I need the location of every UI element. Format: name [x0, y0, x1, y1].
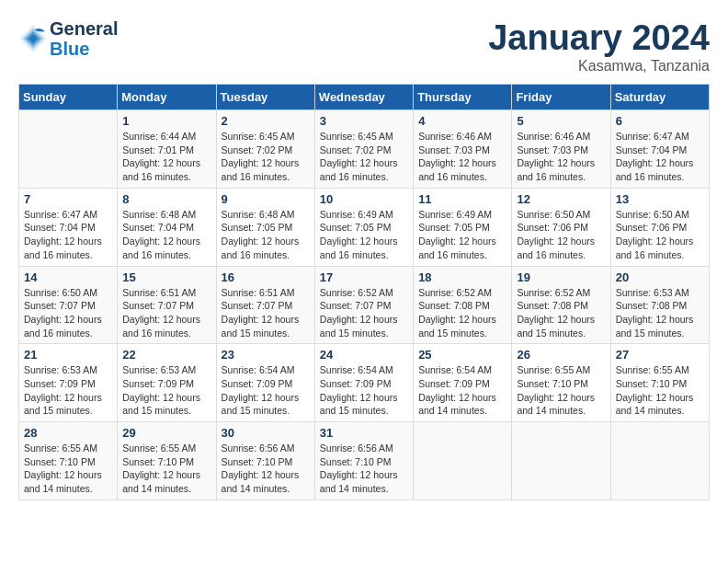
- calendar-cell: 22Sunrise: 6:53 AM Sunset: 7:09 PM Dayli…: [118, 344, 216, 422]
- col-header-friday: Friday: [512, 85, 610, 110]
- day-number: 7: [24, 192, 112, 206]
- day-info: Sunrise: 6:48 AM Sunset: 7:05 PM Dayligh…: [222, 208, 310, 262]
- calendar-cell: 11Sunrise: 6:49 AM Sunset: 7:05 PM Dayli…: [414, 188, 512, 266]
- logo-blue: Blue: [50, 39, 118, 59]
- calendar-cell: 15Sunrise: 6:51 AM Sunset: 7:07 PM Dayli…: [118, 266, 216, 344]
- day-number: 12: [517, 192, 605, 206]
- day-number: 9: [222, 192, 310, 206]
- calendar-cell: 31Sunrise: 6:56 AM Sunset: 7:10 PM Dayli…: [314, 422, 413, 500]
- calendar-cell: 18Sunrise: 6:52 AM Sunset: 7:08 PM Dayli…: [414, 266, 512, 344]
- location: Kasamwa, Tanzania: [488, 58, 710, 75]
- calendar-cell: 8Sunrise: 6:48 AM Sunset: 7:04 PM Daylig…: [118, 188, 216, 266]
- day-number: 28: [24, 426, 112, 440]
- calendar-cell: 27Sunrise: 6:55 AM Sunset: 7:10 PM Dayli…: [610, 344, 709, 422]
- day-number: 8: [122, 192, 210, 206]
- day-info: Sunrise: 6:49 AM Sunset: 7:05 PM Dayligh…: [320, 208, 408, 262]
- day-number: 16: [222, 270, 310, 284]
- page-header: General Blue January 2024 Kasamwa, Tanza…: [18, 18, 710, 75]
- calendar-cell: [19, 110, 118, 189]
- day-info: Sunrise: 6:44 AM Sunset: 7:01 PM Dayligh…: [122, 130, 210, 184]
- calendar-cell: 6Sunrise: 6:47 AM Sunset: 7:04 PM Daylig…: [610, 110, 709, 189]
- col-header-monday: Monday: [118, 85, 216, 110]
- calendar-cell: [610, 422, 709, 500]
- calendar-cell: 17Sunrise: 6:52 AM Sunset: 7:07 PM Dayli…: [314, 266, 413, 344]
- week-row-5: 28Sunrise: 6:55 AM Sunset: 7:10 PM Dayli…: [19, 422, 710, 500]
- day-info: Sunrise: 6:55 AM Sunset: 7:10 PM Dayligh…: [122, 442, 210, 496]
- day-info: Sunrise: 6:50 AM Sunset: 7:06 PM Dayligh…: [517, 208, 605, 262]
- calendar-cell: 19Sunrise: 6:52 AM Sunset: 7:08 PM Dayli…: [512, 266, 610, 344]
- calendar-cell: 4Sunrise: 6:46 AM Sunset: 7:03 PM Daylig…: [414, 110, 512, 189]
- calendar-cell: 13Sunrise: 6:50 AM Sunset: 7:06 PM Dayli…: [610, 188, 709, 266]
- logo: General Blue: [18, 18, 118, 59]
- day-number: 2: [222, 114, 310, 128]
- col-header-saturday: Saturday: [610, 85, 709, 110]
- col-header-tuesday: Tuesday: [216, 85, 314, 110]
- calendar-cell: 24Sunrise: 6:54 AM Sunset: 7:09 PM Dayli…: [314, 344, 413, 422]
- day-info: Sunrise: 6:50 AM Sunset: 7:07 PM Dayligh…: [24, 286, 112, 340]
- calendar-cell: [512, 422, 610, 500]
- day-info: Sunrise: 6:45 AM Sunset: 7:02 PM Dayligh…: [320, 130, 408, 184]
- calendar-cell: 29Sunrise: 6:55 AM Sunset: 7:10 PM Dayli…: [118, 422, 216, 500]
- calendar-cell: 28Sunrise: 6:55 AM Sunset: 7:10 PM Dayli…: [19, 422, 118, 500]
- day-number: 3: [320, 114, 408, 128]
- day-number: 27: [616, 348, 704, 362]
- day-number: 22: [122, 348, 210, 362]
- day-info: Sunrise: 6:51 AM Sunset: 7:07 PM Dayligh…: [222, 286, 310, 340]
- week-row-1: 1Sunrise: 6:44 AM Sunset: 7:01 PM Daylig…: [19, 110, 710, 189]
- day-info: Sunrise: 6:47 AM Sunset: 7:04 PM Dayligh…: [24, 208, 112, 262]
- day-number: 18: [418, 270, 506, 284]
- day-info: Sunrise: 6:53 AM Sunset: 7:08 PM Dayligh…: [616, 286, 704, 340]
- day-info: Sunrise: 6:53 AM Sunset: 7:09 PM Dayligh…: [122, 363, 210, 418]
- calendar-cell: 30Sunrise: 6:56 AM Sunset: 7:10 PM Dayli…: [216, 422, 314, 500]
- day-info: Sunrise: 6:53 AM Sunset: 7:09 PM Dayligh…: [24, 363, 112, 418]
- day-info: Sunrise: 6:50 AM Sunset: 7:06 PM Dayligh…: [616, 208, 704, 262]
- day-number: 6: [616, 114, 704, 128]
- day-info: Sunrise: 6:55 AM Sunset: 7:10 PM Dayligh…: [616, 363, 704, 418]
- day-info: Sunrise: 6:48 AM Sunset: 7:04 PM Dayligh…: [122, 208, 210, 262]
- calendar-cell: [414, 422, 512, 500]
- logo-icon: [18, 24, 48, 53]
- calendar-cell: 16Sunrise: 6:51 AM Sunset: 7:07 PM Dayli…: [216, 266, 314, 344]
- calendar-cell: 12Sunrise: 6:50 AM Sunset: 7:06 PM Dayli…: [512, 188, 610, 266]
- week-row-4: 21Sunrise: 6:53 AM Sunset: 7:09 PM Dayli…: [19, 344, 710, 422]
- day-number: 4: [418, 114, 506, 128]
- day-number: 21: [24, 348, 112, 362]
- day-number: 14: [24, 270, 112, 284]
- day-info: Sunrise: 6:55 AM Sunset: 7:10 PM Dayligh…: [24, 442, 112, 496]
- day-number: 23: [222, 348, 310, 362]
- col-header-thursday: Thursday: [414, 85, 512, 110]
- day-number: 5: [517, 114, 605, 128]
- day-info: Sunrise: 6:55 AM Sunset: 7:10 PM Dayligh…: [517, 363, 605, 418]
- day-info: Sunrise: 6:45 AM Sunset: 7:02 PM Dayligh…: [222, 130, 310, 184]
- day-number: 13: [616, 192, 704, 206]
- calendar-cell: 23Sunrise: 6:54 AM Sunset: 7:09 PM Dayli…: [216, 344, 314, 422]
- day-info: Sunrise: 6:46 AM Sunset: 7:03 PM Dayligh…: [517, 130, 605, 184]
- calendar-cell: 5Sunrise: 6:46 AM Sunset: 7:03 PM Daylig…: [512, 110, 610, 189]
- day-number: 1: [122, 114, 210, 128]
- day-info: Sunrise: 6:52 AM Sunset: 7:08 PM Dayligh…: [517, 286, 605, 340]
- day-info: Sunrise: 6:54 AM Sunset: 7:09 PM Dayligh…: [418, 363, 506, 418]
- calendar-cell: 10Sunrise: 6:49 AM Sunset: 7:05 PM Dayli…: [314, 188, 413, 266]
- logo-general: General: [50, 18, 118, 39]
- month-title: January 2024: [488, 18, 710, 58]
- day-info: Sunrise: 6:49 AM Sunset: 7:05 PM Dayligh…: [418, 208, 506, 262]
- col-header-wednesday: Wednesday: [314, 85, 413, 110]
- day-number: 19: [517, 270, 605, 284]
- day-number: 29: [122, 426, 210, 440]
- calendar-cell: 14Sunrise: 6:50 AM Sunset: 7:07 PM Dayli…: [19, 266, 118, 344]
- day-number: 24: [320, 348, 408, 362]
- day-number: 15: [122, 270, 210, 284]
- calendar-cell: 9Sunrise: 6:48 AM Sunset: 7:05 PM Daylig…: [216, 188, 314, 266]
- day-info: Sunrise: 6:51 AM Sunset: 7:07 PM Dayligh…: [122, 286, 210, 340]
- col-header-sunday: Sunday: [19, 85, 118, 110]
- day-number: 30: [222, 426, 310, 440]
- calendar-cell: 3Sunrise: 6:45 AM Sunset: 7:02 PM Daylig…: [314, 110, 413, 189]
- day-number: 31: [320, 426, 408, 440]
- day-number: 20: [616, 270, 704, 284]
- title-block: January 2024 Kasamwa, Tanzania: [488, 18, 710, 75]
- day-info: Sunrise: 6:52 AM Sunset: 7:07 PM Dayligh…: [320, 286, 408, 340]
- day-info: Sunrise: 6:47 AM Sunset: 7:04 PM Dayligh…: [616, 130, 704, 184]
- day-info: Sunrise: 6:54 AM Sunset: 7:09 PM Dayligh…: [222, 363, 310, 418]
- day-number: 26: [517, 348, 605, 362]
- day-info: Sunrise: 6:46 AM Sunset: 7:03 PM Dayligh…: [418, 130, 506, 184]
